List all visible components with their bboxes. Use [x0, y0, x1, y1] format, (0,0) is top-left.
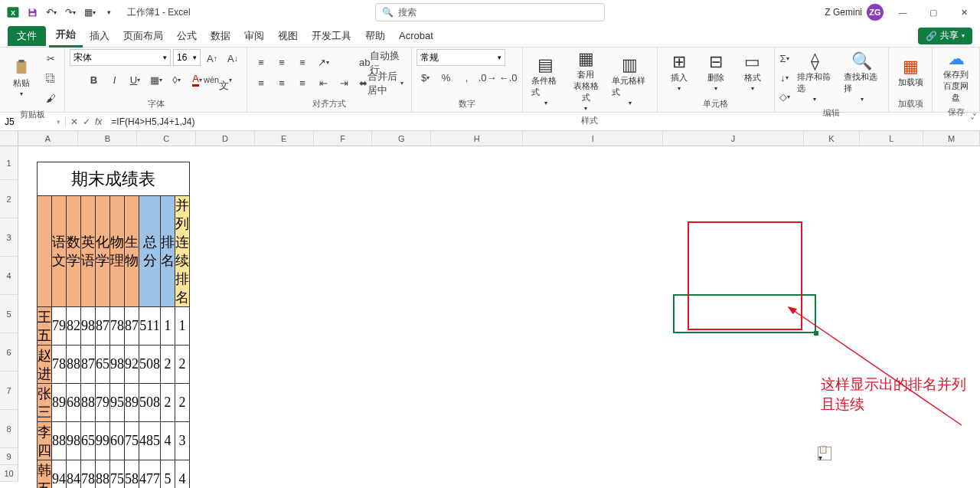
row-header[interactable]: 5 — [0, 295, 18, 333]
format-cells-button[interactable]: ▭格式▾ — [736, 52, 769, 93]
table-cell[interactable]: 88 — [67, 346, 81, 384]
row-header[interactable]: 8 — [0, 410, 18, 448]
indent-dec-icon[interactable]: ⇤ — [314, 74, 332, 93]
table-cell[interactable]: 75 — [125, 422, 139, 460]
redo-icon[interactable]: ↷▾ — [62, 4, 79, 21]
user-account[interactable]: Z Gemini ZG — [825, 4, 884, 21]
tab-view[interactable]: 视图 — [271, 25, 305, 47]
col-header[interactable]: G — [372, 131, 431, 146]
underline-button[interactable]: U▾ — [126, 70, 145, 89]
cancel-formula-icon[interactable]: ✕ — [70, 116, 78, 127]
font-size-select[interactable]: 16▾ — [173, 49, 201, 66]
worksheet-grid[interactable]: ABCDEFGHIJKLM 12345678910 期末成绩表语文数学英语化学物… — [0, 131, 980, 482]
table-cell[interactable]: 79 — [52, 307, 67, 346]
table-cell[interactable]: 赵进 — [38, 346, 52, 384]
clear-icon[interactable]: ◇▾ — [779, 87, 790, 106]
align-left-icon[interactable]: ≡ — [252, 74, 270, 93]
table-cell[interactable]: 99 — [96, 422, 110, 460]
phonetic-button[interactable]: wén文▾ — [209, 70, 227, 89]
insert-cells-button[interactable]: ⊞插入▾ — [662, 52, 696, 93]
fill-icon[interactable]: ↓▾ — [779, 68, 790, 87]
paste-button[interactable]: 粘贴 ▾ — [5, 57, 38, 99]
minimize-button[interactable]: — — [891, 4, 914, 21]
tab-review[interactable]: 审阅 — [237, 25, 271, 47]
cut-icon[interactable]: ✂ — [41, 49, 60, 67]
table-cell[interactable]: 98 — [67, 422, 81, 460]
tab-help[interactable]: 帮助 — [358, 25, 392, 47]
delete-cells-button[interactable]: ⊟删除▾ — [699, 52, 733, 93]
search-input[interactable]: 🔍 搜索 — [375, 3, 605, 21]
align-center-icon[interactable]: ≡ — [273, 74, 291, 93]
row-header[interactable]: 4 — [0, 257, 18, 295]
tab-formulas[interactable]: 公式 — [170, 25, 204, 47]
number-format-select[interactable]: 常规▾ — [416, 49, 505, 66]
share-button[interactable]: 🔗 共享 ▾ — [918, 28, 972, 44]
table-style-button[interactable]: ▦套用 表格格式▾ — [567, 49, 604, 113]
table-cell[interactable]: 2 — [161, 384, 175, 422]
table-cell[interactable]: 98 — [110, 346, 125, 384]
fill-handle[interactable] — [814, 331, 818, 336]
table-cell[interactable]: 92 — [125, 346, 139, 384]
table-cell[interactable]: 4 — [161, 422, 175, 460]
table-cell[interactable]: 2 — [175, 346, 190, 384]
table-cell[interactable]: 张三 — [38, 384, 52, 422]
enter-formula-icon[interactable]: ✓ — [83, 116, 90, 127]
undo-icon[interactable]: ↶▾ — [43, 4, 60, 21]
col-header[interactable]: C — [137, 131, 196, 146]
table-cell[interactable]: 3 — [175, 422, 190, 460]
table-cell[interactable]: 511 — [139, 307, 161, 346]
table-cell[interactable]: 75 — [110, 460, 125, 489]
col-header[interactable]: B — [78, 131, 137, 146]
fx-icon[interactable]: fx — [95, 116, 102, 127]
row-header[interactable]: 6 — [0, 333, 18, 372]
qat-more-icon[interactable]: ▾ — [100, 4, 117, 21]
row-header[interactable]: 7 — [0, 372, 18, 410]
table-cell[interactable]: 94 — [52, 460, 67, 489]
tab-acrobat[interactable]: Acrobat — [392, 25, 440, 47]
font-name-select[interactable]: 宋体▾ — [70, 49, 171, 66]
increase-font-icon[interactable]: A↑ — [203, 49, 221, 67]
col-header[interactable]: F — [314, 131, 373, 146]
col-header[interactable]: D — [196, 131, 255, 146]
table-cell[interactable]: 79 — [96, 384, 110, 422]
table-cell[interactable]: 98 — [81, 307, 96, 346]
align-right-icon[interactable]: ≡ — [293, 74, 312, 93]
table-cell[interactable]: 508 — [139, 346, 161, 384]
addins-button[interactable]: ▦加载项 — [893, 57, 927, 90]
table-cell[interactable]: 82 — [67, 307, 81, 346]
table-cell[interactable]: 477 — [139, 460, 161, 489]
tab-home[interactable]: 开始 — [49, 25, 83, 47]
orientation-icon[interactable]: ↗▾ — [314, 54, 332, 72]
tab-file[interactable]: 文件 — [8, 26, 46, 46]
table-cell[interactable]: 485 — [139, 422, 161, 460]
table-cell[interactable]: 68 — [67, 384, 81, 422]
table-cell[interactable]: 84 — [67, 460, 81, 489]
ribbon-collapse-button[interactable]: ˅ — [972, 113, 977, 123]
maximize-button[interactable]: ▢ — [922, 4, 945, 21]
tab-dev[interactable]: 开发工具 — [305, 25, 358, 47]
currency-icon[interactable]: $▾ — [416, 68, 435, 87]
table-cell[interactable]: 87 — [81, 346, 96, 384]
col-header[interactable]: I — [523, 131, 663, 146]
table-cell[interactable]: 1 — [175, 307, 190, 346]
row-header[interactable]: 2 — [0, 180, 18, 218]
baidu-save-button[interactable]: ☁保存到 百度网盘 — [937, 49, 975, 105]
cond-format-button[interactable]: ▤条件格式▾ — [528, 55, 564, 108]
table-cell[interactable]: 78 — [110, 307, 125, 346]
fill-color-button[interactable]: ◊▾ — [168, 70, 186, 89]
align-middle-icon[interactable]: ≡ — [273, 54, 291, 72]
col-header[interactable]: E — [255, 131, 314, 146]
sort-filter-button[interactable]: ⟠排序和筛选▾ — [793, 51, 837, 104]
formula-input[interactable]: =IF(H4>H5,J4+1,J4) — [106, 116, 965, 127]
table-cell[interactable]: 1 — [161, 307, 175, 346]
col-header[interactable]: H — [431, 131, 523, 146]
table-cell[interactable]: 87 — [96, 307, 110, 346]
paste-options-button[interactable]: 📋▾ — [818, 447, 831, 460]
col-header[interactable]: J — [663, 131, 803, 146]
autosum-icon[interactable]: Σ▾ — [779, 49, 790, 67]
table-cell[interactable]: 王五 — [38, 307, 52, 346]
table-cell[interactable]: 95 — [110, 384, 125, 422]
table-cell[interactable]: 88 — [81, 384, 96, 422]
tab-data[interactable]: 数据 — [204, 25, 237, 47]
table-cell[interactable]: 4 — [175, 460, 190, 489]
